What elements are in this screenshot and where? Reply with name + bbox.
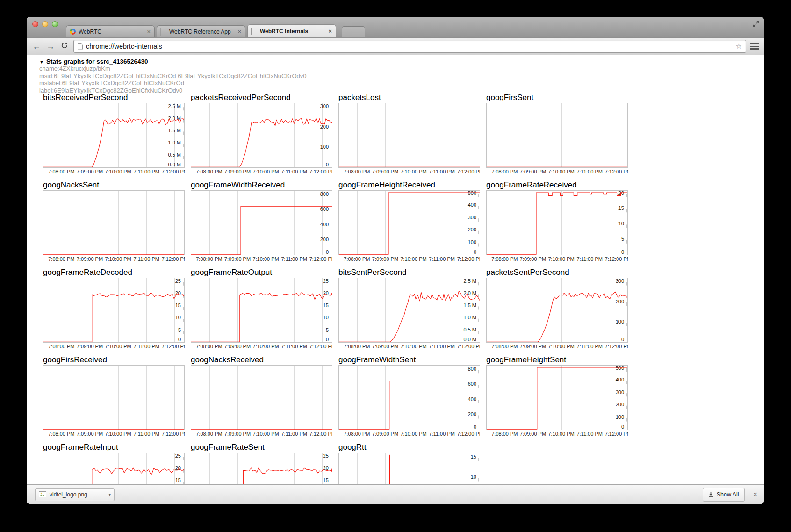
- chart-googFrameHeightSent: googFrameHeightSent50040030020010007:08:…: [486, 355, 628, 437]
- tab-webrtc-internals[interactable]: WebRTC Internals ×: [247, 24, 336, 37]
- chart-googFirsSent: googFirsSent7:08:00 PM7:09:00 PM7:10:00 …: [486, 93, 628, 175]
- webrtc-internals-page: ▼Stats graphs for ssrc_4136526430 cname:…: [27, 55, 764, 484]
- svg-text:20: 20: [618, 191, 624, 196]
- svg-text:10: 10: [618, 221, 624, 226]
- chart-canvas: [43, 190, 185, 255]
- svg-text:5: 5: [326, 327, 329, 333]
- time-label: 7:11:00 PM: [281, 169, 307, 174]
- svg-text:15: 15: [471, 454, 476, 460]
- mslabel-line: mslabel:6E9laEYkyxIkTCxDgc82ZGoEhlCfxNuC…: [39, 79, 764, 87]
- svg-text:0: 0: [326, 249, 329, 255]
- time-label: 7:11:00 PM: [576, 256, 602, 262]
- time-label: 7:10:00 PM: [105, 169, 131, 174]
- time-label: 7:10:00 PM: [548, 431, 574, 437]
- svg-text:300: 300: [616, 389, 624, 395]
- svg-text:400: 400: [468, 396, 476, 402]
- chart-title: googFrameRateSent: [191, 442, 332, 453]
- omnibox[interactable]: chrome://webrtc-internals ☆: [73, 40, 746, 53]
- svg-text:15: 15: [618, 205, 624, 211]
- svg-text:25: 25: [323, 278, 329, 284]
- time-label: 7:08:00 PM: [196, 344, 222, 349]
- tab-webrtc-reference-app[interactable]: WebRTC Reference App ×: [157, 25, 245, 37]
- chart-googFrameRateOutput: googFrameRateOutput25201510507:08:00 PM7…: [191, 267, 332, 350]
- chart-canvas: 2520151050: [191, 453, 332, 484]
- reload-button[interactable]: [59, 41, 70, 51]
- svg-text:0: 0: [474, 424, 476, 430]
- cname-line: cname:4ZXkrucxjuzp/bKm: [39, 65, 764, 72]
- time-axis-labels: 7:08:00 PM7:09:00 PM7:10:00 PM7:11:00 PM…: [43, 430, 185, 437]
- menu-icon[interactable]: [750, 42, 759, 50]
- time-axis-labels: 7:08:00 PM7:09:00 PM7:10:00 PM7:11:00 PM…: [191, 343, 332, 350]
- svg-text:0: 0: [178, 337, 181, 342]
- chevron-down-icon[interactable]: ▾: [108, 492, 111, 497]
- time-label: 7:09:00 PM: [520, 256, 546, 262]
- traffic-lights: [32, 21, 58, 27]
- time-label: 7:10:00 PM: [252, 431, 279, 437]
- svg-text:25: 25: [175, 278, 181, 284]
- close-window-button[interactable]: [32, 21, 38, 27]
- time-label: 7:09:00 PM: [77, 344, 103, 349]
- time-label: 7:12:00 PM: [162, 344, 185, 349]
- new-tab-button[interactable]: [342, 26, 365, 37]
- tab-webrtc[interactable]: WebRTC ×: [66, 25, 155, 37]
- stats-graphs-toggle[interactable]: ▼Stats graphs for ssrc_4136526430: [39, 58, 764, 65]
- chart-googFrameRateInput: googFrameRateInput25201510507:08:00 PM7:…: [43, 442, 185, 484]
- show-all-button[interactable]: Show All: [703, 488, 745, 502]
- time-axis-labels: 7:08:00 PM7:09:00 PM7:10:00 PM7:11:00 PM…: [338, 255, 480, 262]
- svg-text:0.5 M: 0.5 M: [463, 327, 476, 332]
- time-label: 7:12:00 PM: [457, 256, 480, 262]
- time-label: 7:08:00 PM: [344, 431, 370, 437]
- time-label: 7:12:00 PM: [605, 256, 628, 262]
- svg-text:1.5 M: 1.5 M: [463, 302, 476, 308]
- time-label: 7:10:00 PM: [252, 256, 279, 262]
- tab-close-icon[interactable]: ×: [328, 28, 332, 34]
- chart-title: packetsReceivedPerSecond: [191, 93, 332, 103]
- time-label: 7:09:00 PM: [224, 431, 251, 437]
- download-filename: vidtel_logo.png: [50, 491, 101, 498]
- chart-googFrameHeightReceived: googFrameHeightReceived50040030020010007…: [338, 180, 480, 262]
- svg-text:15: 15: [175, 302, 181, 308]
- shelf-close-icon[interactable]: ×: [753, 491, 757, 498]
- time-label: 7:09:00 PM: [520, 344, 546, 349]
- bookmark-star-icon[interactable]: ☆: [736, 42, 742, 50]
- faded-page-icon: [160, 28, 161, 36]
- time-label: 7:09:00 PM: [520, 169, 546, 174]
- svg-text:1.0 M: 1.0 M: [168, 140, 181, 145]
- time-label: 7:11:00 PM: [429, 431, 454, 437]
- minimize-window-button[interactable]: [42, 21, 48, 27]
- time-axis-labels: 7:08:00 PM7:09:00 PM7:10:00 PM7:11:00 PM…: [486, 430, 628, 437]
- svg-text:20: 20: [323, 290, 329, 296]
- charts-grid: bitsReceivedPerSecond2.5 M2.0 M1.5 M1.0 …: [43, 93, 628, 484]
- time-label: 7:12:00 PM: [162, 431, 185, 437]
- time-axis-labels: 7:08:00 PM7:09:00 PM7:10:00 PM7:11:00 PM…: [338, 168, 480, 175]
- time-axis-labels: 7:08:00 PM7:09:00 PM7:10:00 PM7:11:00 PM…: [43, 255, 185, 262]
- chart-googNacksSent: googNacksSent7:08:00 PM7:09:00 PM7:10:00…: [43, 180, 185, 262]
- svg-text:5: 5: [621, 236, 624, 242]
- svg-text:100: 100: [616, 414, 624, 420]
- time-label: 7:08:00 PM: [491, 169, 518, 174]
- time-label: 7:11:00 PM: [281, 256, 307, 262]
- time-label: 7:10:00 PM: [400, 344, 426, 349]
- chart-title: googFrameRateOutput: [191, 267, 332, 278]
- chart-bitsReceivedPerSecond: bitsReceivedPerSecond2.5 M2.0 M1.5 M1.0 …: [43, 93, 185, 175]
- fullscreen-icon[interactable]: [753, 21, 759, 27]
- svg-text:200: 200: [468, 411, 476, 417]
- chart-canvas: 2.5 M2.0 M1.5 M1.0 M0.5 M0.0 M: [338, 278, 480, 343]
- chart-googFrameRateReceived: googFrameRateReceived201510507:08:00 PM7…: [486, 180, 628, 262]
- chart-canvas: 20151050: [486, 190, 628, 255]
- image-thumbnail-icon: [39, 491, 46, 497]
- tab-close-icon[interactable]: ×: [237, 29, 242, 35]
- svg-text:0: 0: [326, 162, 329, 167]
- desktop-background: WebRTC × WebRTC Reference App × WebRTC I…: [0, 0, 791, 532]
- collapse-arrow-icon[interactable]: ▼: [39, 59, 44, 65]
- svg-text:200: 200: [468, 227, 476, 232]
- tab-close-icon[interactable]: ×: [146, 29, 151, 35]
- zoom-window-button[interactable]: [52, 21, 58, 27]
- time-label: 7:11:00 PM: [133, 256, 159, 262]
- forward-button[interactable]: →: [45, 41, 56, 51]
- svg-text:100: 100: [468, 239, 476, 245]
- back-button[interactable]: ←: [31, 41, 42, 51]
- svg-text:25: 25: [323, 453, 329, 459]
- download-item[interactable]: vidtel_logo.png ▾: [35, 488, 115, 501]
- svg-text:15: 15: [323, 477, 329, 483]
